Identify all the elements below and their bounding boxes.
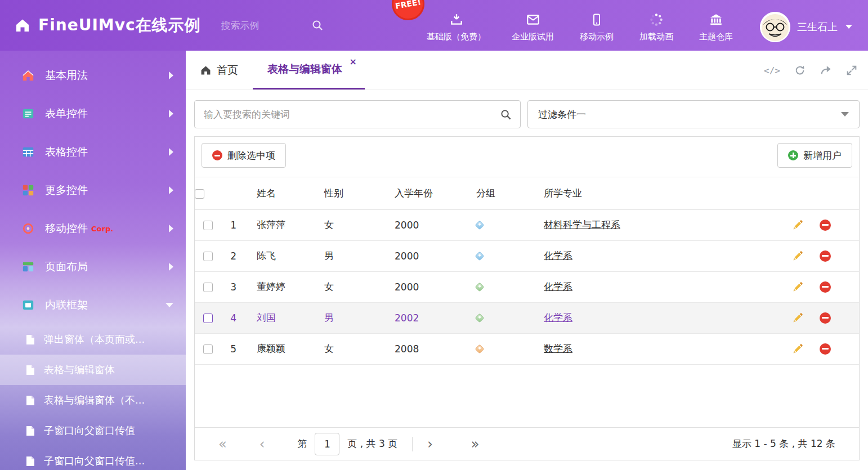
divider — [412, 437, 413, 451]
search-icon[interactable] — [491, 101, 520, 128]
corp-badge: Corp. — [91, 225, 113, 233]
chevron-down-icon — [845, 25, 852, 29]
nav-label: 企业版试用 — [512, 32, 554, 42]
tab-label: 表格与编辑窗体 — [267, 62, 342, 77]
sidebar-subitem-grid-edit-window-2[interactable]: 表格与编辑窗体（不... — [0, 385, 186, 415]
table-row[interactable]: 5 康颖颖 女 2008 数学系 — [195, 333, 859, 364]
add-user-button[interactable]: 新增用户 — [777, 143, 852, 168]
cell-name: 康颖颖 — [243, 333, 311, 364]
prev-page-icon[interactable]: ‹ — [259, 437, 265, 451]
major-link[interactable]: 数学系 — [544, 343, 572, 354]
sidebar-subitem-child-to-parent-2[interactable]: 子窗口向父窗口传值... — [0, 446, 186, 470]
chevron-right-icon — [169, 110, 173, 118]
nav-item-loading-animation[interactable]: 加载动画 — [639, 9, 673, 42]
refresh-icon[interactable] — [794, 64, 806, 77]
sidebar-item-more-controls[interactable]: 更多控件 — [0, 171, 186, 209]
sidebar-item-page-layout[interactable]: 页面布局 — [0, 248, 186, 286]
edit-icon[interactable] — [791, 281, 804, 293]
layout-icon — [21, 260, 35, 274]
cell-year: 2000 — [381, 271, 463, 302]
delete-icon[interactable] — [819, 250, 831, 262]
tab-home[interactable]: 首页 — [186, 51, 253, 89]
edit-icon[interactable] — [791, 312, 804, 324]
header-nav: FREE! 基础版（免费） 企业版试用 移动示例 — [427, 9, 852, 42]
page-label-prefix: 第 — [297, 437, 307, 450]
sidebar-item-iframe[interactable]: 内联框架 — [0, 286, 186, 324]
sidebar-item-basic-usage[interactable]: 基本用法 — [0, 56, 186, 95]
row-checkbox[interactable] — [203, 314, 213, 323]
spinner-icon — [649, 12, 664, 27]
table-row[interactable]: 1 张萍萍 女 2000 材料科学与工程系 — [195, 209, 859, 240]
delete-icon[interactable] — [819, 343, 831, 355]
col-group: 分组 — [463, 177, 530, 209]
edit-icon[interactable] — [791, 219, 804, 231]
keyword-search-input[interactable] — [195, 109, 491, 120]
nav-item-mobile-demo[interactable]: 移动示例 — [580, 9, 614, 42]
brand: FineUIMvc在线示例 — [15, 15, 201, 36]
sidebar-item-form-controls[interactable]: 表单控件 — [0, 95, 186, 133]
first-page-icon[interactable]: « — [218, 437, 227, 451]
next-page-icon[interactable]: › — [427, 437, 433, 451]
edit-icon[interactable] — [791, 343, 804, 355]
table-row[interactable]: 2 陈飞 男 2000 化学系 — [195, 240, 859, 271]
col-name: 姓名 — [243, 177, 311, 209]
cell-name: 董婷婷 — [243, 271, 311, 302]
major-link[interactable]: 化学系 — [544, 281, 572, 292]
sidebar-item-grid-controls[interactable]: 表格控件 — [0, 133, 186, 171]
delete-icon[interactable] — [819, 312, 831, 324]
sidebar-item-label: 页面布局 — [45, 259, 88, 274]
record-count-summary: 显示 1 - 5 条 , 共 12 条 — [732, 437, 835, 450]
major-link[interactable]: 化学系 — [544, 250, 572, 261]
chevron-down-icon — [165, 303, 173, 307]
page-number-input[interactable] — [315, 433, 339, 455]
edit-icon[interactable] — [791, 250, 804, 262]
sidebar: 基本用法 表单控件 表格控件 更多控件 移动控件 Corp. — [0, 51, 186, 470]
row-checkbox[interactable] — [203, 252, 213, 261]
row-checkbox[interactable] — [203, 221, 213, 230]
row-index: 1 — [221, 209, 243, 240]
select-all-checkbox[interactable] — [195, 189, 204, 199]
cell-year: 2000 — [381, 240, 463, 271]
nav-item-basic-free[interactable]: 基础版（免费） — [427, 9, 486, 42]
cell-gender: 男 — [311, 302, 381, 333]
expand-icon[interactable] — [845, 64, 858, 77]
bank-icon — [708, 12, 724, 27]
delete-icon[interactable] — [819, 281, 831, 293]
table-row[interactable]: 3 董婷婷 女 2000 化学系 — [195, 271, 859, 302]
code-icon[interactable]: </> — [764, 65, 780, 76]
col-actions — [791, 177, 859, 209]
sidebar-item-label: 表格控件 — [45, 145, 88, 159]
delete-icon[interactable] — [819, 219, 831, 231]
delete-selected-button[interactable]: 删除选中项 — [202, 143, 286, 168]
last-page-icon[interactable]: » — [471, 437, 480, 451]
sidebar-subitem-grid-edit-window[interactable]: 表格与编辑窗体 — [0, 355, 186, 385]
share-icon[interactable] — [820, 64, 832, 77]
sidebar-subitem-child-to-parent[interactable]: 子窗口向父窗口传值 — [0, 415, 186, 446]
top-search-input[interactable] — [221, 20, 306, 31]
major-link[interactable]: 化学系 — [544, 312, 572, 323]
cell-gender: 男 — [311, 240, 381, 271]
table-header-row: 姓名 性别 入学年份 分组 所学专业 — [195, 177, 859, 209]
user-menu[interactable]: 三生石上 — [760, 12, 852, 42]
sidebar-subitem-popup-window[interactable]: 弹出窗体（本页面或... — [0, 324, 186, 355]
file-icon — [26, 426, 35, 436]
sidebar-subitem-label: 子窗口向父窗口传值 — [44, 424, 135, 437]
main-content: 首页 表格与编辑窗体 × </> 过滤条件一 — [186, 51, 868, 470]
tab-grid-edit-window[interactable]: 表格与编辑窗体 × — [253, 51, 365, 89]
row-checkbox[interactable] — [203, 344, 213, 354]
table-row-selected[interactable]: 4 刘国 男 2002 化学系 — [195, 302, 859, 333]
group-tag-icon — [475, 344, 485, 353]
nav-item-enterprise-trial[interactable]: 企业版试用 — [512, 9, 554, 42]
major-link[interactable]: 材料科学与工程系 — [544, 219, 620, 230]
row-checkbox[interactable] — [203, 283, 213, 292]
sidebar-item-label: 更多控件 — [45, 183, 88, 198]
sidebar-item-mobile-controls[interactable]: 移动控件 Corp. — [0, 209, 186, 248]
sidebar-subitem-label: 弹出窗体（本页面或... — [44, 333, 145, 346]
nav-item-theme-repo[interactable]: 主题仓库 — [699, 9, 733, 42]
filter-dropdown[interactable]: 过滤条件一 — [527, 100, 860, 128]
search-icon[interactable] — [311, 19, 324, 32]
col-major: 所学专业 — [530, 177, 791, 209]
cell-name: 陈飞 — [243, 240, 311, 271]
nav-label: 移动示例 — [580, 32, 614, 42]
close-icon[interactable]: × — [350, 57, 357, 66]
